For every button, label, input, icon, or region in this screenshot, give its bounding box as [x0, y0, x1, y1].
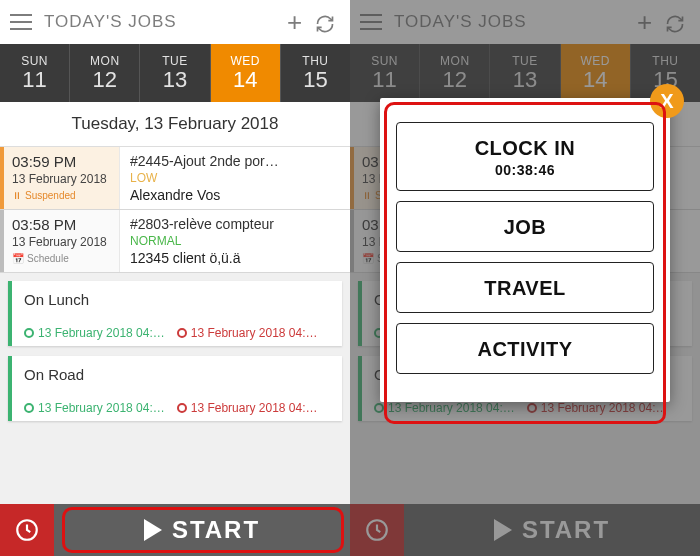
job-time: 03:58 PM: [12, 216, 111, 233]
activity-end: 13 February 2018 04:…: [177, 401, 318, 415]
day-wed-selected[interactable]: WED 14: [211, 44, 281, 102]
activity-times: 13 February 2018 04:… 13 February 2018 0…: [24, 401, 332, 415]
clock-icon: [177, 328, 187, 338]
pause-icon: ⏸: [12, 190, 22, 201]
header-title: TODAY'S JOBS: [44, 12, 280, 32]
clock-button[interactable]: [0, 504, 54, 556]
job-row[interactable]: 03:59 PM 13 February 2018 ⏸ Suspended #2…: [0, 147, 350, 210]
job-title: #2445-Ajout 2nde por…: [130, 153, 340, 169]
job-status: ⏸ Suspended: [12, 190, 111, 201]
job-row[interactable]: 03:58 PM 13 February 2018 📅 Schedule #28…: [0, 210, 350, 273]
activity-card[interactable]: On Lunch 13 February 2018 04:… 13 Februa…: [8, 281, 342, 346]
job-client: Alexandre Vos: [130, 187, 340, 203]
travel-button[interactable]: TRAVEL: [396, 262, 654, 313]
clock-in-label: CLOCK IN: [475, 137, 576, 159]
job-button[interactable]: JOB: [396, 201, 654, 252]
job-meta: 03:58 PM 13 February 2018 📅 Schedule: [0, 210, 120, 272]
day-sun[interactable]: SUN 11: [0, 44, 70, 102]
right-screen: TODAY'S JOBS + SUN11 MON12 TUE13 WED14 T…: [350, 0, 700, 556]
start-button[interactable]: START: [54, 516, 350, 544]
job-details: #2803-relève compteur NORMAL 12345 clien…: [120, 210, 350, 272]
job-meta: 03:59 PM 13 February 2018 ⏸ Suspended: [0, 147, 120, 209]
clock-icon: [24, 328, 34, 338]
job-client: 12345 client ö,ü.ä: [130, 250, 340, 266]
job-date: 13 February 2018: [12, 172, 111, 186]
activity-card[interactable]: On Road 13 February 2018 04:… 13 Februar…: [8, 356, 342, 421]
clock-icon: [24, 403, 34, 413]
activity-end: 13 February 2018 04:…: [177, 326, 318, 340]
app-header: TODAY'S JOBS +: [0, 0, 350, 44]
job-status: 📅 Schedule: [12, 253, 111, 264]
job-priority: LOW: [130, 171, 340, 185]
day-tue[interactable]: TUE 13: [140, 44, 210, 102]
day-thu[interactable]: THU 15: [281, 44, 350, 102]
job-priority: NORMAL: [130, 234, 340, 248]
activity-label: On Lunch: [24, 291, 332, 308]
left-screen: TODAY'S JOBS + SUN 11 MON 12 TUE 13 WED …: [0, 0, 350, 556]
calendar-icon: 📅: [12, 253, 24, 264]
activity-start: 13 February 2018 04:…: [24, 326, 165, 340]
activity-label: On Road: [24, 366, 332, 383]
clock-in-button[interactable]: CLOCK IN 00:38:46: [396, 122, 654, 191]
play-icon: [144, 519, 162, 541]
activity-button[interactable]: ACTIVITY: [396, 323, 654, 374]
close-icon[interactable]: X: [650, 84, 684, 118]
action-popup: X CLOCK IN 00:38:46 JOB TRAVEL ACTIVITY: [380, 98, 670, 402]
job-time: 03:59 PM: [12, 153, 111, 170]
menu-icon[interactable]: [10, 14, 32, 30]
date-heading: Tuesday, 13 February 2018: [0, 102, 350, 147]
add-icon[interactable]: +: [280, 7, 310, 38]
day-strip: SUN 11 MON 12 TUE 13 WED 14 THU 15: [0, 44, 350, 102]
activity-times: 13 February 2018 04:… 13 February 2018 0…: [24, 326, 332, 340]
start-label: START: [172, 516, 260, 544]
clock-icon: [177, 403, 187, 413]
job-title: #2803-relève compteur: [130, 216, 340, 232]
footer-bar: START: [0, 504, 350, 556]
job-date: 13 February 2018: [12, 235, 111, 249]
refresh-icon[interactable]: [310, 7, 340, 38]
day-mon[interactable]: MON 12: [70, 44, 140, 102]
clock-in-elapsed: 00:38:46: [397, 162, 653, 178]
job-details: #2445-Ajout 2nde por… LOW Alexandre Vos: [120, 147, 350, 209]
activity-start: 13 February 2018 04:…: [24, 401, 165, 415]
